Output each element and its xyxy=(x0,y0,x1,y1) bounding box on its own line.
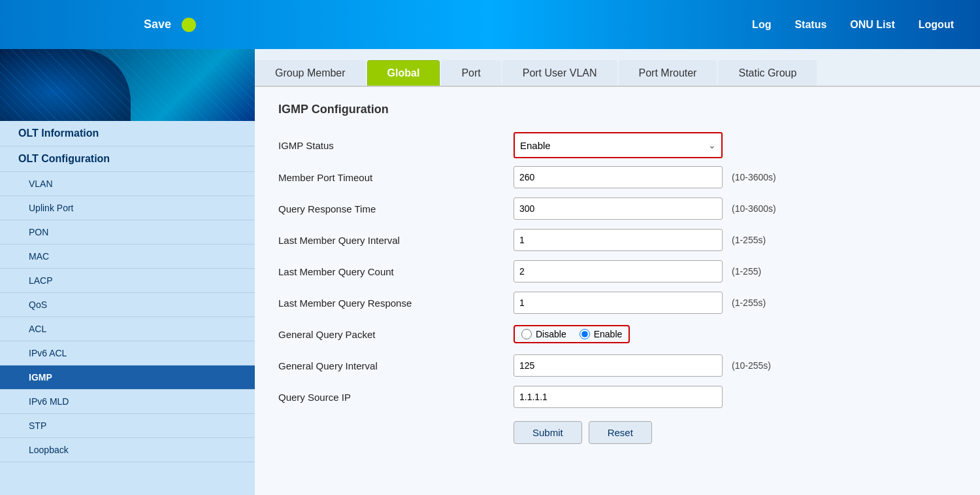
last-member-query-response-label: Last Member Query Response xyxy=(278,298,514,309)
sidebar: OLT Information OLT Configuration VLAN U… xyxy=(0,49,255,495)
general-query-packet-label: General Query Packet xyxy=(278,329,514,340)
form-area: IGMP Configuration IGMP Status Enable Di… xyxy=(255,87,980,495)
query-response-time-input[interactable] xyxy=(514,197,723,220)
query-source-ip-input[interactable] xyxy=(514,386,723,408)
sidebar-hero xyxy=(0,49,255,121)
onu-list-link[interactable]: ONU List xyxy=(850,19,894,31)
tab-global[interactable]: Global xyxy=(367,60,440,86)
sidebar-item-acl[interactable]: ACL xyxy=(0,317,255,341)
last-member-query-interval-hint: (1-255s) xyxy=(732,235,766,245)
tab-group-member[interactable]: Group Member xyxy=(255,60,366,86)
sidebar-menu: OLT Information OLT Configuration VLAN U… xyxy=(0,121,255,462)
last-member-query-response-input[interactable] xyxy=(514,292,723,314)
general-query-packet-disable-radio[interactable] xyxy=(521,329,532,339)
general-query-packet-disable-option[interactable]: Disable xyxy=(521,329,566,339)
form-title: IGMP Configuration xyxy=(278,103,956,116)
sidebar-lines xyxy=(0,49,255,121)
sidebar-item-vlan[interactable]: VLAN xyxy=(0,172,255,196)
save-button[interactable]: Save xyxy=(144,18,171,31)
query-source-ip-row: Query Source IP xyxy=(278,384,956,409)
logout-link[interactable]: Logout xyxy=(919,19,954,31)
member-port-timeout-input[interactable] xyxy=(514,166,723,188)
sidebar-item-stp[interactable]: STP xyxy=(0,414,255,438)
member-port-timeout-hint: (10-3600s) xyxy=(732,172,776,182)
top-bar: Save Log Status ONU List Logout xyxy=(0,0,980,49)
sidebar-item-ipv6-mld[interactable]: IPv6 MLD xyxy=(0,390,255,414)
button-row: Submit Reset xyxy=(278,421,956,444)
tab-port-mrouter[interactable]: Port Mrouter xyxy=(619,60,717,86)
log-link[interactable]: Log xyxy=(752,19,771,31)
sidebar-item-olt-info[interactable]: OLT Information xyxy=(0,121,255,146)
general-query-interval-hint: (10-255s) xyxy=(732,360,771,371)
member-port-timeout-label: Member Port Timeout xyxy=(278,172,514,183)
sidebar-item-loopback[interactable]: Loopback xyxy=(0,438,255,462)
general-query-packet-enable-option[interactable]: Enable xyxy=(580,329,623,339)
main-layout: OLT Information OLT Configuration VLAN U… xyxy=(0,49,980,495)
reset-button[interactable]: Reset xyxy=(589,421,652,444)
general-query-packet-group: Disable Enable xyxy=(514,325,630,343)
tab-static-group[interactable]: Static Group xyxy=(718,60,817,86)
submit-button[interactable]: Submit xyxy=(514,421,582,444)
last-member-query-count-hint: (1-255) xyxy=(732,266,761,277)
last-member-query-interval-input[interactable] xyxy=(514,229,723,251)
general-query-interval-label: General Query Interval xyxy=(278,360,514,371)
tab-port-user-vlan[interactable]: Port User VLAN xyxy=(502,60,617,86)
top-bar-right: Log Status ONU List Logout xyxy=(752,19,954,31)
general-query-packet-disable-label: Disable xyxy=(536,329,566,339)
query-response-time-row: Query Response Time (10-3600s) xyxy=(278,196,956,221)
sidebar-item-lacp[interactable]: LACP xyxy=(0,269,255,293)
igmp-status-select-wrapper: Enable Disable ⌄ xyxy=(514,132,723,158)
last-member-query-response-row: Last Member Query Response (1-255s) xyxy=(278,290,956,315)
tab-port[interactable]: Port xyxy=(441,60,500,86)
status-link[interactable]: Status xyxy=(794,19,826,31)
general-query-packet-enable-label: Enable xyxy=(594,329,623,339)
sidebar-item-ipv6-acl[interactable]: IPv6 ACL xyxy=(0,341,255,366)
sidebar-item-qos[interactable]: QoS xyxy=(0,293,255,317)
sidebar-item-olt-config[interactable]: OLT Configuration xyxy=(0,146,255,172)
sidebar-item-pon[interactable]: PON xyxy=(0,220,255,245)
member-port-timeout-row: Member Port Timeout (10-3600s) xyxy=(278,165,956,190)
sidebar-item-igmp[interactable]: IGMP xyxy=(0,366,255,390)
status-indicator xyxy=(182,18,196,32)
igmp-status-label: IGMP Status xyxy=(278,140,514,151)
last-member-query-response-hint: (1-255s) xyxy=(732,298,766,308)
last-member-query-count-label: Last Member Query Count xyxy=(278,266,514,277)
general-query-packet-row: General Query Packet Disable Enable xyxy=(278,322,956,347)
query-response-time-hint: (10-3600s) xyxy=(732,203,776,214)
sidebar-item-mac[interactable]: MAC xyxy=(0,245,255,269)
last-member-query-interval-label: Last Member Query Interval xyxy=(278,235,514,246)
last-member-query-interval-row: Last Member Query Interval (1-255s) xyxy=(278,228,956,252)
top-bar-left: Save xyxy=(144,18,196,32)
last-member-query-count-row: Last Member Query Count (1-255) xyxy=(278,259,956,284)
query-source-ip-label: Query Source IP xyxy=(278,392,514,403)
igmp-status-row: IGMP Status Enable Disable ⌄ xyxy=(278,132,956,158)
igmp-status-select[interactable]: Enable Disable xyxy=(514,132,723,158)
general-query-interval-row: General Query Interval (10-255s) xyxy=(278,353,956,378)
general-query-packet-enable-radio[interactable] xyxy=(580,329,590,339)
general-query-interval-input[interactable] xyxy=(514,354,723,377)
content-area: Group Member Global Port Port User VLAN … xyxy=(255,49,980,495)
sidebar-item-uplink-port[interactable]: Uplink Port xyxy=(0,196,255,220)
tab-bar: Group Member Global Port Port User VLAN … xyxy=(255,49,980,87)
query-response-time-label: Query Response Time xyxy=(278,203,514,214)
last-member-query-count-input[interactable] xyxy=(514,260,723,282)
